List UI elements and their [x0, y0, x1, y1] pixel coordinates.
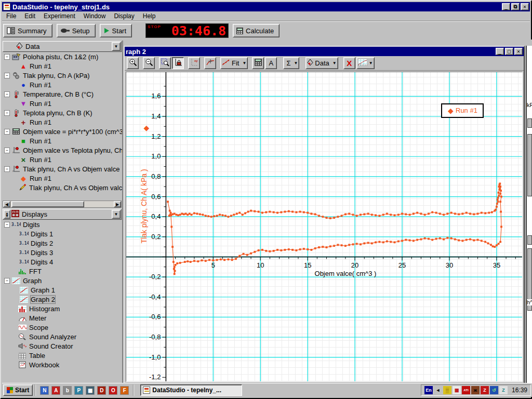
connection-icon[interactable]: Z [499, 386, 508, 394]
notes-icon[interactable]: N [40, 386, 49, 395]
panel-splitter-spin[interactable]: ▲▼ [4, 210, 10, 219]
axes-settings-button[interactable]: xy [188, 57, 200, 69]
delete-button[interactable]: X [343, 57, 355, 69]
chevron-down-icon[interactable]: ▼ [294, 61, 298, 65]
run-item[interactable]: ●Run #1 [2, 80, 122, 89]
zoom-out-button[interactable] [143, 57, 155, 69]
display-item-graph-1[interactable]: Graph 1 [2, 285, 122, 295]
plot-area[interactable]: 1,61,41,21,00,80,60,40,2-0,2-0,4-0,6-0,8… [126, 72, 523, 382]
taskbar-task-datastudio[interactable]: DataStudio - tepelny_... [140, 384, 242, 396]
collapse-icon[interactable]: − [4, 73, 10, 78]
display-item-digits-4[interactable]: 3.14Digits 4 [2, 257, 122, 267]
data-menu-button[interactable]: Data▼ [305, 57, 338, 69]
scroll-left-icon[interactable]: ◀ [3, 201, 10, 207]
ati-icon[interactable]: ATI [462, 386, 470, 394]
collapse-icon[interactable]: − [4, 166, 10, 172]
flame-icon[interactable]: F [120, 386, 129, 395]
display-item-sound-creator[interactable]: Sound Creator [2, 341, 122, 351]
acrobat-icon[interactable]: A [51, 386, 60, 395]
menu-item-window[interactable]: Window [79, 11, 110, 21]
display-item-digits[interactable]: −3.14Digits [2, 220, 122, 229]
opera-icon[interactable]: O [109, 386, 117, 395]
display-item-digits-3[interactable]: 3.14Digits 3 [2, 248, 122, 257]
collapse-icon[interactable]: − [4, 54, 10, 60]
devil-icon[interactable]: ж [471, 386, 480, 394]
restore-button[interactable]: ⧉ [511, 3, 520, 10]
chevron-down-icon[interactable]: ▼ [242, 61, 246, 65]
display-item-histogram[interactable]: Histogram [2, 304, 122, 313]
calculator-icon[interactable]: ▦ [86, 386, 95, 395]
data-item[interactable]: −xyTlak plynu, Ch A vs Objem valce [2, 164, 122, 174]
graph-maximize-button[interactable]: □ [505, 48, 513, 55]
run-item[interactable]: ◆Run #1 [2, 174, 122, 183]
data-item[interactable]: Tlak plynu, Ch A vs Objem valce [2, 183, 122, 192]
display-item-scope[interactable]: Scope [2, 323, 122, 332]
graph-close-button[interactable]: ✕ [514, 48, 523, 55]
graph-titlebar[interactable]: raph 2 _ □ ✕ [125, 47, 524, 56]
fit-menu-button[interactable]: Fit▼ [220, 57, 248, 69]
display-item-graph[interactable]: −Graph [2, 276, 122, 285]
dragon-icon[interactable]: D [97, 386, 106, 395]
data-tree-hscrollbar[interactable]: ◀ ▶ [3, 201, 122, 208]
data-item[interactable]: −xyObjem valce vs Teplota plynu, Ch [2, 145, 122, 155]
display-item-digits-1[interactable]: 3.14Digits 1 [2, 229, 122, 238]
language-indicator[interactable]: En [424, 386, 433, 394]
graph-minimize-button[interactable]: _ [496, 48, 504, 55]
volume-icon[interactable]: ◄ [434, 386, 442, 394]
run-item[interactable]: ×Run #1 [2, 155, 122, 164]
displays-section-header[interactable]: ▲▼ Displays ▼ [3, 209, 122, 220]
display-item-sound-analyzer[interactable]: Sound Analyzer [2, 332, 122, 341]
paint-icon[interactable]: P [74, 386, 83, 395]
run-item[interactable]: ▲Run #1 [2, 61, 122, 71]
graph-settings-button[interactable]: ▼ [356, 57, 375, 69]
sync-icon[interactable]: ↺ [490, 386, 498, 394]
collapse-icon[interactable]: − [4, 278, 10, 284]
data-dropdown-button[interactable]: ▼ [112, 42, 121, 51]
menu-item-experiment[interactable]: Experiment [39, 11, 79, 21]
scale-to-fit-button[interactable] [172, 57, 184, 69]
smart-tool-button[interactable] [204, 57, 216, 69]
display-item-meter[interactable]: Meter [2, 313, 122, 323]
display-item-fft[interactable]: FFT [2, 267, 122, 276]
run-item[interactable]: ■Run #1 [2, 136, 122, 145]
minimize-button[interactable]: _ [502, 3, 510, 10]
text-annotation-button[interactable]: A [265, 57, 277, 69]
menu-item-help[interactable]: Help [139, 11, 160, 21]
chevron-down-icon[interactable]: ▼ [332, 61, 337, 65]
collapse-icon[interactable]: − [4, 148, 10, 153]
menu-item-file[interactable]: File [2, 11, 20, 21]
collapse-icon[interactable]: − [4, 222, 10, 228]
scroll-right-icon[interactable]: ▶ [114, 201, 121, 207]
statistics-button[interactable]: Σ▼ [283, 57, 299, 69]
zoom-select-button[interactable] [159, 57, 171, 69]
display-item-digits-2[interactable]: 3.14Digits 2 [2, 238, 122, 248]
collapse-icon[interactable]: − [4, 91, 10, 97]
data-item[interactable]: −Temperature, Ch B (°C) [2, 89, 122, 99]
menu-item-edit[interactable]: Edit [20, 11, 39, 21]
start-menu-button[interactable]: Start [3, 384, 33, 396]
utility-icon[interactable]: ▒ [443, 386, 451, 394]
chevron-down-icon[interactable]: ▼ [369, 61, 373, 65]
displays-dropdown-button[interactable]: ▼ [112, 210, 121, 219]
data-item[interactable]: −Teplota plynu, Ch B (K) [2, 108, 122, 117]
scheduler-icon[interactable]: ▦ [453, 386, 461, 394]
display-item-workbook[interactable]: Workbook [2, 360, 122, 369]
collapse-icon[interactable]: − [4, 110, 10, 116]
bird-icon[interactable]: b [63, 386, 72, 395]
run-item[interactable]: +Run #1 [2, 117, 122, 127]
calculate-button[interactable]: Calculate [233, 24, 280, 37]
menu-item-display[interactable]: Display [110, 11, 138, 21]
collapse-icon[interactable]: − [4, 129, 10, 135]
calculator-button[interactable] [252, 57, 264, 69]
close-button[interactable]: ✕ [521, 3, 529, 10]
data-item[interactable]: −Objem valce = pi*r*r*y*100 (cm^3 [2, 127, 122, 136]
zoom-in-button[interactable] [127, 57, 139, 69]
display-item-graph-2[interactable]: Graph 2 [2, 295, 122, 304]
display-item-table[interactable]: Table [2, 351, 122, 360]
scrollbar-thumb[interactable] [11, 201, 84, 207]
summary-button[interactable]: Summary [3, 24, 52, 37]
antivirus-icon[interactable]: Z [481, 386, 489, 394]
data-item[interactable]: −Tlak plynu, Ch A (kPa) [2, 71, 122, 80]
data-section-header[interactable]: Data ▼ [3, 41, 122, 52]
run-item[interactable]: ▼Run #1 [2, 99, 122, 108]
